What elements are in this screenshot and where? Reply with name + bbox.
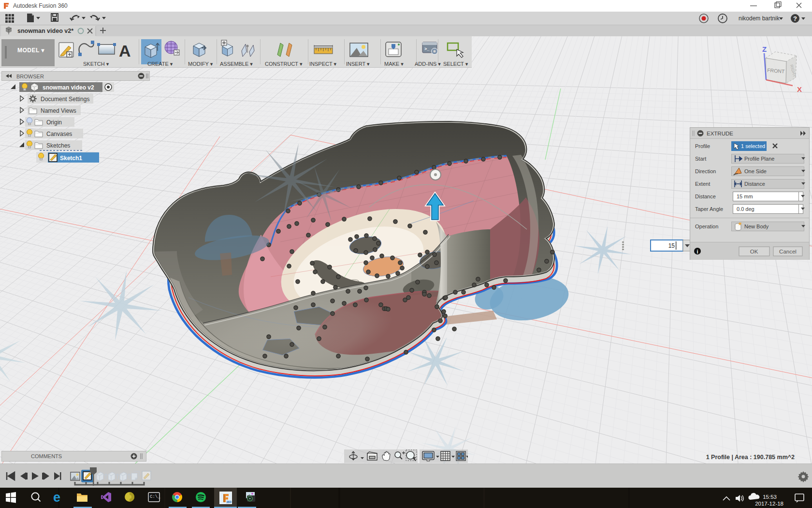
- svg-text:15: 15: [668, 242, 675, 249]
- svg-text:Cancel: Cancel: [779, 249, 797, 254]
- svg-text:A: A: [119, 42, 131, 60]
- svg-text:EXTRUDE: EXTRUDE: [707, 131, 733, 136]
- svg-text:i: i: [696, 249, 698, 254]
- svg-text:BROWSER: BROWSER: [16, 74, 44, 79]
- svg-text:?: ?: [793, 15, 797, 22]
- svg-text:Distance: Distance: [744, 181, 765, 187]
- svg-text:Origin: Origin: [46, 119, 62, 126]
- svg-text:Sketches: Sketches: [46, 142, 70, 149]
- svg-text:New Body: New Body: [744, 224, 769, 229]
- svg-text:nikodem bartnik: nikodem bartnik: [739, 15, 780, 22]
- svg-text:360: 360: [226, 500, 232, 504]
- svg-text:>_: >_: [424, 46, 430, 51]
- svg-text:snowman video v2*: snowman video v2*: [17, 28, 73, 34]
- svg-text:e: e: [53, 490, 60, 505]
- svg-text:C:\_: C:\_: [150, 494, 160, 499]
- svg-text:OK: OK: [750, 249, 758, 254]
- svg-text:Z: Z: [762, 45, 767, 53]
- svg-text:Document Settings: Document Settings: [41, 96, 89, 103]
- svg-text:Named Views: Named Views: [41, 107, 76, 114]
- svg-text:Autodesk Fusion 360: Autodesk Fusion 360: [13, 2, 68, 9]
- svg-text:Canvases: Canvases: [46, 131, 72, 137]
- svg-text:Sketch1: Sketch1: [60, 155, 82, 162]
- svg-text:One Side: One Side: [744, 168, 767, 174]
- svg-text:X: X: [797, 85, 802, 93]
- svg-text:1 selected: 1 selected: [741, 143, 765, 149]
- svg-text:snowman video v2: snowman video v2: [43, 84, 94, 91]
- svg-text:COMMENTS: COMMENTS: [31, 453, 62, 459]
- svg-text:Profile Plane: Profile Plane: [744, 156, 774, 162]
- svg-text:15:53: 15:53: [763, 494, 777, 500]
- svg-text:2017-12-18: 2017-12-18: [755, 501, 783, 507]
